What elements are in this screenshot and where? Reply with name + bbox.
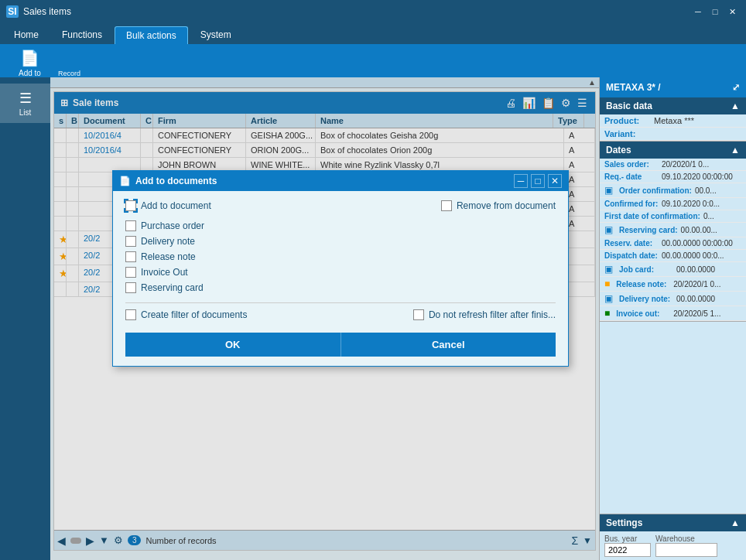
dates-section: Dates ▲ Sales order: 20/2020/1 0... Req.… <box>600 142 746 322</box>
job-card-icon: ▣ <box>604 264 613 275</box>
sidebar-item-list[interactable]: ☰ List <box>0 84 50 123</box>
delivery-note-row: ▣ Delivery note: 00.00.0000 <box>600 292 746 306</box>
do-not-refresh-label: Do not refresh filter after finis... <box>429 309 556 320</box>
warehouse-field: Warehouse <box>655 534 717 557</box>
expand-icon[interactable]: ⤢ <box>732 82 740 93</box>
app-icon: SI <box>6 5 19 18</box>
variant-row: Variant: <box>600 128 746 141</box>
reserving-card-row: ▣ Reserving card: 00.00.00... <box>600 223 746 237</box>
content-area: ▲ ⊞ Sale items 🖨 📊 📋 ⚙ ☰ s B <box>50 77 599 560</box>
delivery-note-label: Delivery note <box>141 236 195 247</box>
title-bar: SI Sales items ─ □ ✕ <box>0 0 746 23</box>
create-filter-checkbox[interactable] <box>125 309 136 320</box>
list-icon: ☰ <box>19 90 32 107</box>
main-area: ☰ List ▲ ⊞ Sale items 🖨 📊 📋 ⚙ ☰ <box>0 77 746 560</box>
app-title: Sales items <box>23 6 71 17</box>
modal-titlebar: 📄 Add to documents ─ □ ✕ <box>113 171 568 191</box>
basic-data-header[interactable]: Basic data ▲ <box>600 97 746 114</box>
warehouse-input[interactable] <box>655 543 717 557</box>
purchase-order-checkbox-item[interactable]: Purchase order <box>125 220 556 231</box>
remove-from-document-checkbox[interactable] <box>441 200 452 211</box>
release-note-icon: ■ <box>604 278 610 289</box>
order-confirmation-row: ▣ Order confirmation: 00.0... <box>600 183 746 198</box>
reserving-card-icon: ▣ <box>604 224 613 235</box>
reserving-card-label: Reserving card <box>141 282 204 293</box>
settings-header[interactable]: Settings ▲ <box>600 514 746 531</box>
modal-content: Add to document Remove from document Pur… <box>113 191 568 366</box>
create-filter-checkbox-item[interactable]: Create filter of documents <box>125 309 247 320</box>
add-to-documents-modal: 📄 Add to documents ─ □ ✕ Add to docu <box>112 170 569 367</box>
order-conf-icon: ▣ <box>604 185 613 196</box>
bus-year-input[interactable] <box>604 543 651 557</box>
modal-title: 📄 Add to documents <box>119 176 217 186</box>
tab-functions[interactable]: Functions <box>51 26 113 44</box>
product-row: Product: Metaxa *** <box>600 114 746 128</box>
invoice-out-checkbox-item[interactable]: Invoice Out <box>125 267 556 278</box>
tab-home[interactable]: Home <box>3 26 50 44</box>
titlebar-left: SI Sales items <box>6 5 71 18</box>
remove-from-document-checkbox-item[interactable]: Remove from document <box>441 200 556 211</box>
release-note-checkbox-item[interactable]: Release note <box>125 251 556 262</box>
modal-close-button[interactable]: ✕ <box>548 174 562 188</box>
maximize-button[interactable]: □ <box>707 4 723 19</box>
ok-button[interactable]: OK <box>125 333 341 357</box>
invoice-out-checkbox[interactable] <box>125 267 136 278</box>
options-list: Purchase order Delivery note Release not… <box>125 220 556 293</box>
tab-system[interactable]: System <box>190 26 242 44</box>
modal-minimize-button[interactable]: ─ <box>514 174 528 188</box>
modal-controls: ─ □ ✕ <box>514 174 562 188</box>
release-note-label: Release note <box>141 251 196 262</box>
reserv-date-row: Reserv. date: 00.00.0000 00:00:00 <box>600 237 746 250</box>
right-panel-title: METAXA 3* / ⤢ <box>600 77 746 97</box>
reserving-card-checkbox[interactable] <box>125 282 136 293</box>
sidebar: ☰ List <box>0 77 50 560</box>
modal-overlay: 📄 Add to documents ─ □ ✕ Add to docu <box>50 77 599 560</box>
purchase-order-checkbox[interactable] <box>125 220 136 231</box>
delivery-note-checkbox-item[interactable]: Delivery note <box>125 236 556 247</box>
release-note-checkbox[interactable] <box>125 251 136 262</box>
delivery-note-checkbox[interactable] <box>125 236 136 247</box>
add-to-documents-icon: 📄 <box>19 47 40 69</box>
tab-bar: Home Functions Bulk actions System <box>0 23 746 44</box>
right-panel: METAXA 3* / ⤢ Basic data ▲ Product: Meta… <box>599 77 746 560</box>
dispatch-date-row: Dispatch date: 00.00.0000 00:0... <box>600 250 746 262</box>
cancel-button[interactable]: Cancel <box>341 333 556 357</box>
menubar: Home Functions Bulk actions System 📄 Add… <box>0 23 746 77</box>
first-date-row: First date of confirmation: 0... <box>600 210 746 223</box>
basic-data-section: Basic data ▲ Product: Metaxa *** Variant… <box>600 97 746 142</box>
add-to-document-label: Add to document <box>141 200 211 211</box>
filter-row: Create filter of documents Do not refres… <box>125 302 556 326</box>
invoice-out-label: Invoice Out <box>141 267 188 278</box>
minimize-button[interactable]: ─ <box>690 4 706 19</box>
dates-header[interactable]: Dates ▲ <box>600 142 746 159</box>
bus-year-field: Bus. year <box>604 534 651 557</box>
reserving-card-checkbox-item[interactable]: Reserving card <box>125 282 556 293</box>
sidebar-list-label: List <box>19 108 32 117</box>
invoice-out-row: ■ Invoice out: 20/2020/5 1... <box>600 306 746 321</box>
modal-maximize-button[interactable]: □ <box>531 174 545 188</box>
delivery-note-icon: ▣ <box>604 293 613 304</box>
add-to-document-checkbox-item[interactable]: Add to document <box>125 200 211 211</box>
invoice-out-icon: ■ <box>604 308 610 319</box>
settings-row: Bus. year Warehouse <box>600 531 746 560</box>
create-filter-label: Create filter of documents <box>141 309 247 320</box>
settings-section: Settings ▲ Bus. year Warehouse <box>600 514 746 560</box>
top-checkbox-group: Add to document Remove from document <box>125 200 556 211</box>
remove-from-document-label: Remove from document <box>457 200 556 211</box>
modal-buttons: OK Cancel <box>125 333 556 357</box>
release-note-row: ■ Release note: 20/2020/1 0... <box>600 277 746 292</box>
close-button[interactable]: ✕ <box>724 4 740 19</box>
purchase-order-label: Purchase order <box>141 220 204 231</box>
tab-bulk-actions[interactable]: Bulk actions <box>115 26 188 44</box>
do-not-refresh-checkbox[interactable] <box>413 309 424 320</box>
modal-icon: 📄 <box>119 176 131 186</box>
do-not-refresh-checkbox-item[interactable]: Do not refresh filter after finis... <box>413 309 556 320</box>
titlebar-controls[interactable]: ─ □ ✕ <box>690 4 740 19</box>
sales-order-row: Sales order: 20/2020/1 0... <box>600 159 746 171</box>
add-to-document-checkbox[interactable] <box>125 200 136 211</box>
job-card-row: ▣ Job card: 00.00.0000 <box>600 262 746 277</box>
record-label: Record <box>58 70 80 77</box>
req-date-row: Req.- date 09.10.2020 00:00:00 <box>600 171 746 183</box>
confirmed-for-row: Confirmed for: 09.10.2020 0:0... <box>600 198 746 210</box>
